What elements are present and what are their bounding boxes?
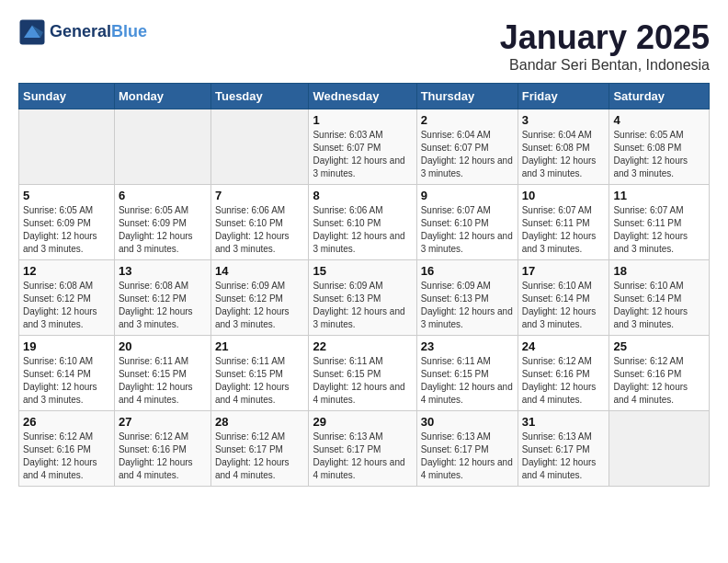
day-number: 27 — [119, 415, 207, 429]
day-number: 14 — [215, 264, 304, 278]
calendar-day-cell: 23 Sunrise: 6:11 AM Sunset: 6:15 PM Dayl… — [416, 336, 518, 411]
weekday-header-cell: Thursday — [416, 84, 518, 109]
day-info: Sunrise: 6:10 AM Sunset: 6:14 PM Dayligh… — [23, 355, 110, 407]
day-info: Sunrise: 6:13 AM Sunset: 6:17 PM Dayligh… — [421, 431, 514, 482]
calendar-title: January 2025 — [500, 18, 710, 57]
weekday-header-cell: Friday — [518, 84, 609, 109]
day-info: Sunrise: 6:12 AM Sunset: 6:16 PM Dayligh… — [613, 355, 705, 407]
calendar-day-cell: 16 Sunrise: 6:09 AM Sunset: 6:13 PM Dayl… — [416, 260, 518, 336]
day-info: Sunrise: 6:04 AM Sunset: 6:07 PM Dayligh… — [421, 129, 514, 180]
calendar-day-cell: 5 Sunrise: 6:05 AM Sunset: 6:09 PM Dayli… — [19, 185, 115, 260]
calendar-week-row: 26 Sunrise: 6:12 AM Sunset: 6:16 PM Dayl… — [19, 411, 710, 487]
calendar-day-cell: 11 Sunrise: 6:07 AM Sunset: 6:11 PM Dayl… — [609, 185, 710, 260]
day-number: 5 — [23, 189, 110, 202]
day-info: Sunrise: 6:07 AM Sunset: 6:11 PM Dayligh… — [522, 204, 606, 256]
day-info: Sunrise: 6:07 AM Sunset: 6:10 PM Dayligh… — [421, 204, 514, 256]
day-number: 4 — [613, 113, 705, 127]
logo-text: GeneralBlue — [50, 23, 147, 41]
day-number: 2 — [421, 113, 514, 127]
calendar-week-row: 19 Sunrise: 6:10 AM Sunset: 6:14 PM Dayl… — [19, 336, 710, 411]
day-info: Sunrise: 6:13 AM Sunset: 6:17 PM Dayligh… — [522, 431, 606, 482]
calendar-week-row: 1 Sunrise: 6:03 AM Sunset: 6:07 PM Dayli… — [19, 109, 710, 185]
calendar-day-cell: 27 Sunrise: 6:12 AM Sunset: 6:16 PM Dayl… — [114, 411, 210, 487]
weekday-header-cell: Tuesday — [210, 84, 308, 109]
day-info: Sunrise: 6:06 AM Sunset: 6:10 PM Dayligh… — [313, 204, 412, 256]
day-number: 10 — [522, 189, 606, 202]
calendar-table: SundayMondayTuesdayWednesdayThursdayFrid… — [18, 83, 710, 487]
day-number: 11 — [613, 189, 705, 202]
day-info: Sunrise: 6:11 AM Sunset: 6:15 PM Dayligh… — [215, 355, 304, 407]
day-number: 17 — [522, 264, 606, 278]
day-info: Sunrise: 6:05 AM Sunset: 6:08 PM Dayligh… — [613, 129, 705, 180]
day-info: Sunrise: 6:08 AM Sunset: 6:12 PM Dayligh… — [119, 280, 207, 331]
day-info: Sunrise: 6:03 AM Sunset: 6:07 PM Dayligh… — [313, 129, 412, 180]
weekday-header-cell: Wednesday — [309, 84, 416, 109]
calendar-day-cell: 10 Sunrise: 6:07 AM Sunset: 6:11 PM Dayl… — [518, 185, 609, 260]
day-number: 24 — [522, 339, 606, 353]
calendar-day-cell: 15 Sunrise: 6:09 AM Sunset: 6:13 PM Dayl… — [309, 260, 416, 336]
day-info: Sunrise: 6:10 AM Sunset: 6:14 PM Dayligh… — [613, 280, 705, 331]
day-info: Sunrise: 6:05 AM Sunset: 6:09 PM Dayligh… — [119, 204, 207, 256]
calendar-day-cell: 9 Sunrise: 6:07 AM Sunset: 6:10 PM Dayli… — [416, 185, 518, 260]
day-number: 1 — [313, 113, 412, 127]
day-info: Sunrise: 6:07 AM Sunset: 6:11 PM Dayligh… — [613, 204, 705, 256]
day-number: 30 — [421, 415, 514, 429]
calendar-day-cell: 7 Sunrise: 6:06 AM Sunset: 6:10 PM Dayli… — [210, 185, 308, 260]
weekday-header-cell: Sunday — [19, 84, 115, 109]
calendar-day-cell: 1 Sunrise: 6:03 AM Sunset: 6:07 PM Dayli… — [309, 109, 416, 185]
day-number: 18 — [613, 264, 705, 278]
day-number: 12 — [23, 264, 110, 278]
weekday-header-cell: Monday — [114, 84, 210, 109]
day-info: Sunrise: 6:12 AM Sunset: 6:17 PM Dayligh… — [215, 431, 304, 482]
day-info: Sunrise: 6:04 AM Sunset: 6:08 PM Dayligh… — [522, 129, 606, 180]
day-info: Sunrise: 6:11 AM Sunset: 6:15 PM Dayligh… — [119, 355, 207, 407]
day-number: 31 — [522, 415, 606, 429]
day-info: Sunrise: 6:12 AM Sunset: 6:16 PM Dayligh… — [522, 355, 606, 407]
day-number: 23 — [421, 339, 514, 353]
calendar-day-cell: 20 Sunrise: 6:11 AM Sunset: 6:15 PM Dayl… — [114, 336, 210, 411]
day-number: 26 — [23, 415, 110, 429]
calendar-day-cell: 13 Sunrise: 6:08 AM Sunset: 6:12 PM Dayl… — [114, 260, 210, 336]
calendar-day-cell: 26 Sunrise: 6:12 AM Sunset: 6:16 PM Dayl… — [19, 411, 115, 487]
calendar-day-cell: 18 Sunrise: 6:10 AM Sunset: 6:14 PM Dayl… — [609, 260, 710, 336]
day-number: 8 — [313, 189, 412, 202]
day-info: Sunrise: 6:12 AM Sunset: 6:16 PM Dayligh… — [119, 431, 207, 482]
calendar-body: 1 Sunrise: 6:03 AM Sunset: 6:07 PM Dayli… — [19, 109, 710, 487]
calendar-day-cell: 4 Sunrise: 6:05 AM Sunset: 6:08 PM Dayli… — [609, 109, 710, 185]
calendar-day-cell: 6 Sunrise: 6:05 AM Sunset: 6:09 PM Dayli… — [114, 185, 210, 260]
calendar-day-cell: 2 Sunrise: 6:04 AM Sunset: 6:07 PM Dayli… — [416, 109, 518, 185]
day-info: Sunrise: 6:09 AM Sunset: 6:13 PM Dayligh… — [421, 280, 514, 331]
logo-icon — [18, 18, 46, 46]
day-info: Sunrise: 6:11 AM Sunset: 6:15 PM Dayligh… — [421, 355, 514, 407]
calendar-day-cell: 14 Sunrise: 6:09 AM Sunset: 6:12 PM Dayl… — [210, 260, 308, 336]
day-number: 28 — [215, 415, 304, 429]
calendar-day-cell: 17 Sunrise: 6:10 AM Sunset: 6:14 PM Dayl… — [518, 260, 609, 336]
day-number: 15 — [313, 264, 412, 278]
weekday-header-row: SundayMondayTuesdayWednesdayThursdayFrid… — [19, 84, 710, 109]
header: GeneralBlue January 2025 Bandar Seri Ben… — [18, 18, 710, 74]
calendar-day-cell: 19 Sunrise: 6:10 AM Sunset: 6:14 PM Dayl… — [19, 336, 115, 411]
day-number: 13 — [119, 264, 207, 278]
calendar-day-cell: 29 Sunrise: 6:13 AM Sunset: 6:17 PM Dayl… — [309, 411, 416, 487]
day-info: Sunrise: 6:12 AM Sunset: 6:16 PM Dayligh… — [23, 431, 110, 482]
day-info: Sunrise: 6:10 AM Sunset: 6:14 PM Dayligh… — [522, 280, 606, 331]
day-number: 25 — [613, 339, 705, 353]
day-number: 29 — [313, 415, 412, 429]
calendar-day-cell — [210, 109, 308, 185]
calendar-day-cell: 3 Sunrise: 6:04 AM Sunset: 6:08 PM Dayli… — [518, 109, 609, 185]
day-number: 3 — [522, 113, 606, 127]
day-number: 9 — [421, 189, 514, 202]
day-info: Sunrise: 6:08 AM Sunset: 6:12 PM Dayligh… — [23, 280, 110, 331]
calendar-week-row: 12 Sunrise: 6:08 AM Sunset: 6:12 PM Dayl… — [19, 260, 710, 336]
calendar-day-cell — [609, 411, 710, 487]
calendar-day-cell — [19, 109, 115, 185]
calendar-day-cell: 24 Sunrise: 6:12 AM Sunset: 6:16 PM Dayl… — [518, 336, 609, 411]
calendar-day-cell: 8 Sunrise: 6:06 AM Sunset: 6:10 PM Dayli… — [309, 185, 416, 260]
day-number: 19 — [23, 339, 110, 353]
day-number: 16 — [421, 264, 514, 278]
calendar-day-cell: 22 Sunrise: 6:11 AM Sunset: 6:15 PM Dayl… — [309, 336, 416, 411]
day-number: 6 — [119, 189, 207, 202]
calendar-day-cell: 25 Sunrise: 6:12 AM Sunset: 6:16 PM Dayl… — [609, 336, 710, 411]
calendar-day-cell: 28 Sunrise: 6:12 AM Sunset: 6:17 PM Dayl… — [210, 411, 308, 487]
day-number: 21 — [215, 339, 304, 353]
